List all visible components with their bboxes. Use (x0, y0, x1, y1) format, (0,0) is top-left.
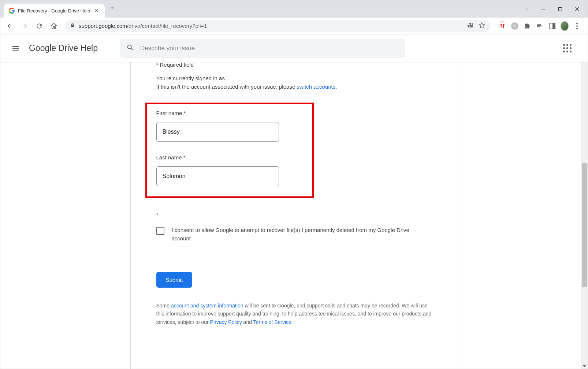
extension-k-icon[interactable]: K (511, 22, 519, 30)
url-text: support.google.com/drive/contact/file_re… (79, 23, 207, 29)
close-window-icon[interactable] (569, 3, 585, 15)
content-area: * Required field You're currently signed… (0, 62, 588, 369)
extension-icons: ਪ K (495, 22, 585, 30)
consent-checkbox[interactable] (156, 227, 164, 235)
consent-required-asterisk: * (156, 212, 432, 218)
first-name-field[interactable]: Blessy (156, 122, 279, 142)
google-favicon-icon (8, 7, 15, 14)
browser-tab[interactable]: File Recovery - Google Drive Help ✕ (4, 4, 105, 18)
first-name-label: First name * (156, 110, 303, 116)
scrollbar-thumb[interactable] (582, 163, 587, 287)
profile-avatar-icon[interactable] (561, 22, 569, 30)
terms-of-service-link[interactable]: Terms of Service (253, 319, 291, 325)
forward-button[interactable] (18, 19, 31, 33)
bookmark-star-icon[interactable] (479, 22, 485, 30)
side-panel-icon[interactable] (548, 22, 556, 30)
new-tab-button[interactable]: + (105, 4, 119, 12)
maximize-icon[interactable] (552, 3, 569, 15)
form-card: * Required field You're currently signed… (130, 62, 458, 369)
submit-button[interactable]: Submit (156, 272, 193, 288)
tab-search-icon[interactable] (518, 3, 535, 15)
reading-list-icon[interactable] (536, 22, 544, 30)
browser-toolbar: support.google.com/drive/contact/file_re… (0, 18, 588, 34)
consent-row: I consent to allow Google to attempt to … (156, 226, 432, 243)
switch-accounts-link[interactable]: switch accounts (297, 84, 335, 90)
tab-title: File Recovery - Google Drive Help (18, 8, 90, 14)
page-viewport: Google Drive Help * Required field You'r… (0, 34, 588, 369)
svg-rect-1 (559, 7, 562, 11)
back-button[interactable] (3, 19, 16, 33)
window-controls (518, 0, 588, 18)
privacy-policy-link[interactable]: Privacy Policy (210, 319, 242, 325)
last-name-field[interactable]: Solomon (156, 166, 279, 186)
chrome-menu-icon[interactable] (573, 22, 581, 30)
share-icon[interactable] (467, 22, 473, 30)
main-menu-icon[interactable] (8, 40, 24, 56)
vertical-scrollbar[interactable] (581, 34, 588, 369)
minimize-icon[interactable] (535, 3, 552, 15)
tab-close-icon[interactable]: ✕ (93, 8, 100, 14)
help-header: Google Drive Help (0, 34, 588, 62)
search-icon (126, 44, 134, 53)
required-field-note: * Required field (156, 62, 432, 68)
disclosure-footnote: Some account and system information will… (156, 302, 432, 326)
scroll-down-arrow-icon[interactable] (582, 363, 587, 369)
browser-tab-strip: File Recovery - Google Drive Help ✕ + (0, 0, 588, 18)
search-input[interactable] (140, 45, 399, 52)
page-title: Google Drive Help (29, 43, 98, 53)
google-apps-icon[interactable] (563, 44, 572, 52)
last-name-label: Last name * (156, 154, 303, 160)
help-search-box[interactable] (120, 39, 405, 58)
home-button[interactable] (47, 19, 60, 33)
mcafee-extension-icon[interactable]: ਪ (498, 22, 506, 30)
address-bar[interactable]: support.google.com/drive/contact/file_re… (65, 20, 490, 32)
consent-label: I consent to allow Google to attempt to … (172, 226, 421, 243)
annotation-highlight-box: First name * Blessy Last name * Solomon (145, 103, 314, 198)
account-info-link[interactable]: account and system information (171, 303, 243, 309)
reload-button[interactable] (33, 19, 46, 33)
lock-icon (70, 23, 75, 29)
signed-in-text: You're currently signed in as If this is… (156, 74, 432, 91)
extensions-puzzle-icon[interactable] (523, 22, 531, 30)
